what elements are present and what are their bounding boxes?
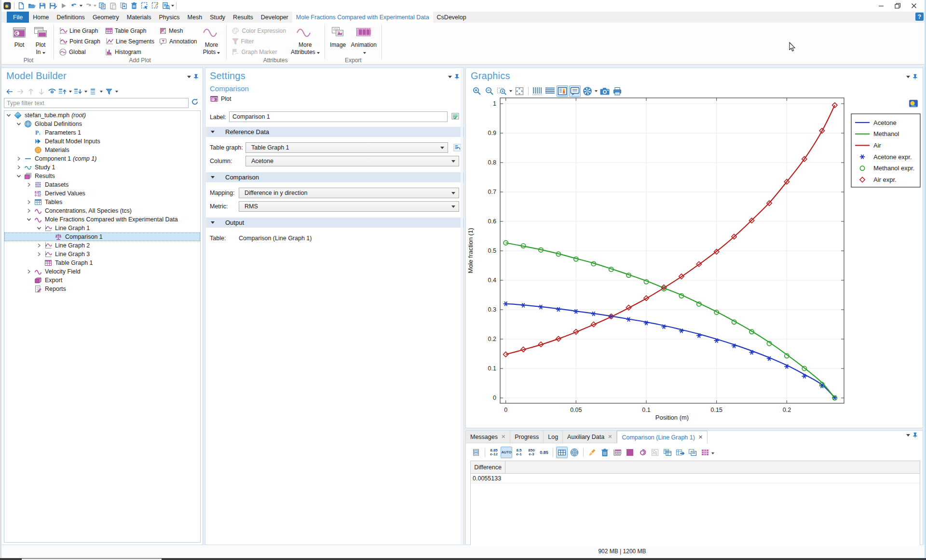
ribbon-button-image[interactable]: Image [327, 24, 349, 58]
redo-caret-icon[interactable] [93, 1, 97, 11]
bottom-panel-pin-icon[interactable] [913, 432, 918, 439]
ribbon-tab-csdevelop[interactable]: CsDevelop [433, 12, 470, 23]
tree-item-line-graph-2[interactable]: Line Graph 2 [4, 241, 200, 250]
arrow-left-icon[interactable] [4, 86, 15, 97]
tree-expander-icon[interactable] [27, 269, 31, 274]
ribbon-tab-developer[interactable]: Developer [257, 12, 292, 23]
bottom-tab-progress[interactable]: Progress [510, 431, 544, 443]
minimize-button[interactable] [873, 0, 889, 12]
table-column-header[interactable]: Difference [471, 461, 505, 473]
undo-caret-icon[interactable] [79, 1, 83, 11]
close-button[interactable] [906, 0, 922, 12]
txt-885e12-icon[interactable]: 8.85e-12 [488, 447, 500, 458]
grid-magenta-icon[interactable] [699, 447, 711, 458]
close-tab-icon[interactable]: ✕ [698, 434, 703, 440]
restore-button[interactable] [889, 0, 906, 12]
show-eye-icon[interactable] [47, 86, 57, 97]
dropdown-column[interactable]: Acetone [245, 156, 459, 166]
export-table-icon[interactable] [674, 447, 686, 458]
ribbon-tab-definitions[interactable]: Definitions [53, 12, 89, 23]
tree-item-reports[interactable]: Reports [4, 285, 200, 293]
ribbon-button-histogram[interactable]: Histogram [104, 47, 155, 57]
select-box-icon[interactable] [139, 1, 150, 11]
label-field-input[interactable]: Comparison 1 [229, 111, 448, 122]
tree-expander-icon[interactable] [27, 182, 31, 187]
new-file-icon[interactable] [16, 1, 27, 11]
copy-settings-icon[interactable] [687, 447, 698, 458]
close-tab-icon[interactable]: ✕ [608, 434, 612, 440]
funnel-caret-icon[interactable] [114, 91, 119, 93]
expand-list-icon[interactable] [73, 86, 83, 97]
table-row[interactable]: 0.0055133 [471, 474, 920, 483]
compact-list-caret-icon[interactable] [99, 91, 104, 93]
tree-item-stefan-tube-mph[interactable]: stefan_tube.mph(root) [4, 111, 200, 120]
collapse-list-icon[interactable] [57, 86, 68, 97]
funnel-icon[interactable] [104, 86, 114, 97]
ribbon-button-plot[interactable]: Plot [9, 24, 30, 58]
expand-list-caret-icon[interactable] [83, 91, 88, 93]
tree-item-derived-values[interactable]: 8.85e-12Derived Values [4, 189, 200, 198]
mole-fraction-chart[interactable]: 00.050.10.150.200.10.20.30.40.50.60.70.8… [466, 93, 923, 425]
bottom-tab-comparison-line-graph-1[interactable]: Comparison (Line Graph 1)✕ [617, 431, 708, 443]
model-builder-menu-caret-icon[interactable] [187, 76, 191, 78]
tree-expander-icon[interactable] [16, 174, 21, 178]
ribbon-button-table-graph[interactable]: Table Graph [104, 26, 155, 36]
tree-expander-icon[interactable] [37, 252, 41, 257]
tree-expander-icon[interactable] [16, 165, 21, 170]
tree-item-comparison-1[interactable]: Comparison 1 [4, 232, 200, 241]
tree-item-results[interactable]: Results [4, 172, 200, 180]
ribbon-tab-results[interactable]: Results [229, 12, 257, 23]
copy-icon[interactable] [97, 1, 108, 11]
collapse-list-caret-icon[interactable] [68, 91, 73, 93]
ribbon-button-mesh[interactable]: Mesh [158, 26, 198, 36]
rename-icon[interactable] [450, 112, 460, 122]
tree-item-study-1[interactable]: Study 1 [4, 163, 200, 172]
tree-expander-icon[interactable] [27, 208, 31, 213]
tree-item-default-model-inputs[interactable]: Default Model Inputs [4, 137, 200, 146]
ribbon-tab-mole-fractions-compared-with-experimental-data[interactable]: Mole Fractions Compared with Experimenta… [292, 12, 433, 23]
settings-scrollbar[interactable] [461, 68, 463, 544]
refresh-icon[interactable] [191, 98, 199, 106]
ribbon-tab-study[interactable]: Study [206, 12, 229, 23]
dots-square-icon[interactable] [649, 447, 661, 458]
swirl-icon[interactable] [637, 447, 648, 458]
graphics-pin-icon[interactable] [913, 74, 918, 81]
ribbon-button-plot-in[interactable]: Plot In [30, 24, 51, 58]
ribbon-button-point-graph[interactable]: Point Graph [58, 36, 101, 47]
preview-icon[interactable] [161, 1, 171, 11]
section-header-comparison[interactable]: Comparison [206, 172, 463, 182]
tree-expander-icon[interactable] [37, 243, 41, 248]
ribbon-button-more-plots[interactable]: More Plots [200, 24, 224, 58]
tree-item-parameters-1[interactable]: PiParameters 1 [4, 128, 200, 137]
section-header-output[interactable]: Output [206, 218, 463, 228]
tree-expander-icon[interactable] [6, 113, 11, 118]
zoom-box-caret-icon[interactable] [508, 90, 513, 92]
tree-item-concentrations-all-species-tcs[interactable]: Concentrations, All Species (tcs) [4, 206, 200, 215]
section-header-reference-data[interactable]: Reference Data [206, 127, 463, 137]
tree-item-mole-fractions-compared-with-experimental-data[interactable]: Mole Fractions Compared with Experimenta… [4, 215, 200, 224]
ribbon-tab-geometry[interactable]: Geometry [89, 12, 123, 23]
broom-icon[interactable] [586, 447, 598, 458]
txt-085-icon[interactable]: 0.85 [538, 447, 550, 458]
txt-auto-icon[interactable]: AUTO [501, 447, 512, 458]
ribbon-button-line-graph[interactable]: Line Graph [58, 26, 101, 36]
full-precision-sphere-icon[interactable] [569, 447, 580, 458]
app-logo-icon[interactable] [2, 1, 13, 11]
tree-expander-icon[interactable] [27, 200, 31, 205]
tree-expander-icon[interactable] [16, 122, 21, 126]
help-button[interactable]: ? [915, 13, 924, 21]
ribbon-tab-physics[interactable]: Physics [155, 12, 183, 23]
ribbon-button-global[interactable]: Global [58, 47, 101, 57]
tree-item-export[interactable]: Export [4, 276, 200, 285]
save-as-icon[interactable] [48, 1, 58, 11]
tree-item-tables[interactable]: Tables [4, 198, 200, 206]
tree-item-materials[interactable]: Materials [4, 146, 200, 154]
plot-button[interactable]: Plot [210, 95, 232, 103]
close-tab-icon[interactable]: ✕ [501, 434, 505, 440]
preview-caret-icon[interactable] [170, 1, 175, 11]
table-add-icon[interactable] [612, 447, 623, 458]
model-builder-pin-icon[interactable] [194, 74, 199, 81]
settings-pin-icon[interactable] [455, 74, 460, 81]
dropdown-table-graph[interactable]: Table Graph 1 [245, 142, 448, 153]
ribbon-tab-materials[interactable]: Materials [123, 12, 155, 23]
